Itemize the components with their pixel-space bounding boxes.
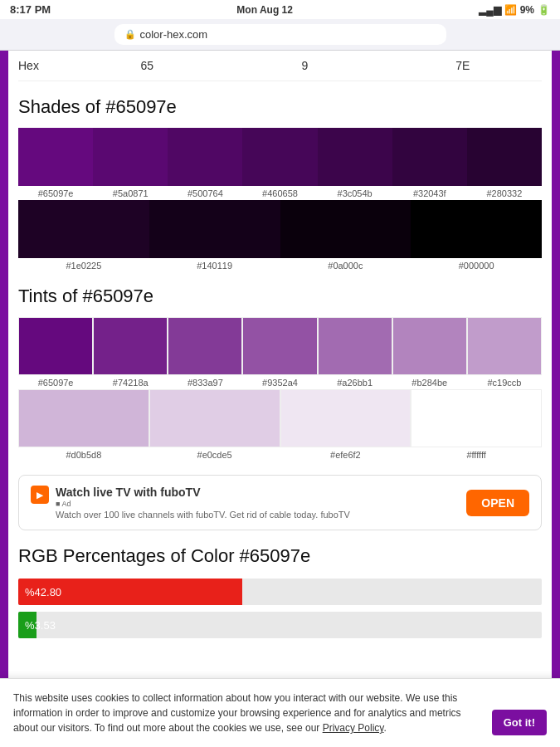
swatch-block[interactable] xyxy=(149,200,280,258)
swatch-block[interactable] xyxy=(242,317,317,375)
domain-text: color-hex.com xyxy=(140,28,208,41)
swatch-label: #c19ccb xyxy=(487,378,521,388)
swatch-block[interactable] xyxy=(280,389,411,447)
privacy-policy-link[interactable]: Privacy Policy xyxy=(323,722,384,734)
swatch-label: #a26bb1 xyxy=(337,378,373,388)
swatch-label: #3c054b xyxy=(338,188,373,198)
ad-title: Watch live TV with fuboTV xyxy=(56,486,350,499)
swatch-item: #65097e xyxy=(18,128,93,198)
swatch-block[interactable] xyxy=(392,317,467,375)
sidebar-left xyxy=(0,51,8,745)
status-icons: ▂▄▆ 📶 9% 🔋 xyxy=(479,4,550,16)
header-col2: 9 xyxy=(226,59,383,72)
rgb-bars: %42.80 %3.53 xyxy=(18,579,542,638)
swatch-block[interactable] xyxy=(93,317,168,375)
swatch-label: #140119 xyxy=(197,261,232,271)
swatch-label: #833a97 xyxy=(187,378,223,388)
tints-row1: #65097e #74218a #833a97 #9352a4 #a26bb1 … xyxy=(18,317,542,388)
ad-text-wrap: Watch live TV with fuboTV ■ Ad Watch ove… xyxy=(56,486,350,520)
ad-banner: ▶ Watch live TV with fuboTV ■ Ad Watch o… xyxy=(18,475,542,530)
cookie-period: . xyxy=(383,722,386,734)
swatch-block[interactable] xyxy=(411,389,542,447)
shades-row2: #1e0225 #140119 #0a000c #000000 xyxy=(18,200,542,271)
swatch-block[interactable] xyxy=(280,200,411,258)
swatch-label: #65097e xyxy=(38,378,74,388)
battery-level: 9% xyxy=(520,4,534,16)
browser-chrome: 🔒 color-hex.com xyxy=(0,19,560,51)
swatch-item: #0a000c xyxy=(280,200,411,271)
color-table-header: Hex 65 9 7E xyxy=(18,51,542,81)
swatch-label: #ffffff xyxy=(466,450,485,460)
swatch-item: #460658 xyxy=(242,128,317,198)
swatch-block[interactable] xyxy=(392,128,467,186)
header-hex: Hex xyxy=(18,59,68,72)
swatch-label: #32043f xyxy=(413,188,446,198)
swatch-item: #c19ccb xyxy=(467,317,542,388)
swatch-label: #5a0871 xyxy=(113,188,149,198)
swatch-label: #0a000c xyxy=(328,261,363,271)
swatch-label: #500764 xyxy=(187,188,223,198)
swatch-block[interactable] xyxy=(18,389,149,447)
swatch-item: #140119 xyxy=(149,200,280,271)
rgb-bar-fill: %3.53 xyxy=(18,612,37,638)
swatch-block[interactable] xyxy=(168,317,242,375)
status-time: 8:17 PM xyxy=(10,3,51,16)
main-content: Hex 65 9 7E Shades of #65097e #65097e #5… xyxy=(8,51,552,745)
header-col1: 65 xyxy=(68,59,226,72)
swatch-item: #280332 xyxy=(467,128,542,198)
swatch-label: #74218a xyxy=(113,378,149,388)
rgb-bar-label: %3.53 xyxy=(25,619,56,632)
swatch-item: #ffffff xyxy=(411,389,542,460)
swatch-item: #e0cde5 xyxy=(149,389,280,460)
swatch-block[interactable] xyxy=(318,128,392,186)
swatch-item: #3c054b xyxy=(318,128,392,198)
tints-title: Tints of #65097e xyxy=(18,286,542,307)
got-it-button[interactable]: Got it! xyxy=(492,710,547,735)
swatch-block[interactable] xyxy=(467,317,542,375)
sidebar-right xyxy=(552,51,560,745)
swatch-item: #32043f xyxy=(392,128,467,198)
swatch-label: #d0b5d8 xyxy=(66,450,101,460)
swatch-label: #9352a4 xyxy=(262,378,298,388)
swatch-label: #460658 xyxy=(262,188,298,198)
swatch-item: #efe6f2 xyxy=(280,389,411,460)
swatch-item: #5a0871 xyxy=(93,128,168,198)
ad-label: ▶ xyxy=(37,491,43,500)
ad-badge: ■ Ad xyxy=(56,500,350,508)
status-bar: 8:17 PM Mon Aug 12 ▂▄▆ 📶 9% 🔋 xyxy=(0,0,560,19)
swatch-block[interactable] xyxy=(149,389,280,447)
swatch-block[interactable] xyxy=(168,128,242,186)
swatch-item: #000000 xyxy=(411,200,542,271)
swatch-label: #b284be xyxy=(411,378,447,388)
lock-icon: 🔒 xyxy=(124,29,136,40)
shades-title: Shades of #65097e xyxy=(18,96,542,118)
swatch-label: #280332 xyxy=(487,188,523,198)
swatch-label: #000000 xyxy=(459,261,494,271)
header-col3: 7E xyxy=(384,59,542,72)
swatch-label: #1e0225 xyxy=(66,261,101,271)
open-button[interactable]: OPEN xyxy=(466,490,529,516)
swatch-item: #9352a4 xyxy=(242,317,317,388)
swatch-item: #65097e xyxy=(18,317,93,388)
rgb-title: RGB Percentages of Color #65097e xyxy=(18,545,542,567)
cookie-message: This website uses cookies to collect inf… xyxy=(13,692,461,734)
swatch-block[interactable] xyxy=(93,128,168,186)
swatch-label: #65097e xyxy=(38,188,74,198)
ad-subtitle: Watch over 100 live channels with fuboTV… xyxy=(56,510,350,520)
swatch-block[interactable] xyxy=(411,200,542,258)
swatch-block[interactable] xyxy=(318,317,392,375)
swatch-block[interactable] xyxy=(18,200,149,258)
rgb-bar-label: %42.80 xyxy=(25,586,61,598)
rgb-bar-fill: %42.80 xyxy=(18,579,242,605)
swatch-item: #d0b5d8 xyxy=(18,389,149,460)
swatch-label: #efe6f2 xyxy=(330,450,361,460)
wifi-icon: 📶 xyxy=(504,4,517,16)
swatch-block[interactable] xyxy=(467,128,542,186)
url-bar[interactable]: 🔒 color-hex.com xyxy=(114,24,446,45)
swatch-block[interactable] xyxy=(242,128,317,186)
swatch-item: #74218a xyxy=(93,317,168,388)
swatch-block[interactable] xyxy=(18,128,93,186)
shades-row1: #65097e #5a0871 #500764 #460658 #3c054b … xyxy=(18,128,542,198)
swatch-item: #a26bb1 xyxy=(318,317,392,388)
swatch-block[interactable] xyxy=(18,317,93,375)
